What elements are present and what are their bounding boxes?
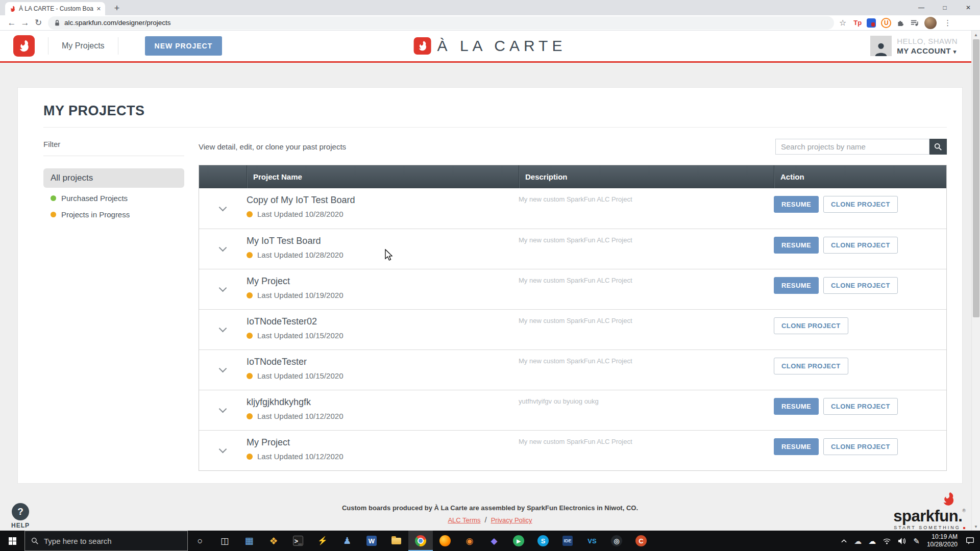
taskbar-search-box[interactable]: Type here to search [24,531,188,551]
calculator-app-icon[interactable]: ▦ [237,531,261,551]
resume-button[interactable]: RESUME [774,237,819,254]
cortana-icon[interactable]: ○ [188,531,212,551]
putty-app-icon-glyph: ⚡ [317,537,328,545]
onedrive-icon[interactable]: ☁ [854,537,862,545]
window-minimize-button[interactable]: — [910,0,933,15]
row-actions: RESUMECLONE PROJECT [774,269,946,309]
project-name-link[interactable]: IoTNodeTester [247,357,519,367]
new-tab-button[interactable]: + [110,2,124,15]
volume-icon[interactable] [898,537,906,545]
clone-project-button[interactable]: CLONE PROJECT [823,237,898,254]
nav-my-projects-link[interactable]: My Projects [62,41,105,51]
resume-button[interactable]: RESUME [774,398,819,415]
ublock-extension-icon[interactable]: U [881,18,891,28]
taskbar-search-placeholder: Type here to search [44,537,112,545]
extensions-puzzle-icon[interactable] [896,18,905,27]
project-name-link[interactable]: IoTNodeTester02 [247,316,519,327]
expand-chevron-icon[interactable] [219,365,227,373]
weather-cloud-icon[interactable]: ☁ [868,537,876,545]
command-prompt-icon[interactable]: >_ [286,531,310,551]
scroll-up-icon[interactable]: ▲ [972,31,980,39]
alc-brand[interactable]: À LA CARTE [414,37,567,55]
filter-item[interactable]: All projects [43,168,184,188]
camtasia-app-icon[interactable]: C [629,531,653,551]
privacy-policy-link[interactable]: Privacy Policy [491,516,532,524]
blue-user-app-icon[interactable]: ♟ [335,531,359,551]
tab-close-icon[interactable]: ✕ [96,6,101,12]
resume-button[interactable]: RESUME [774,438,819,455]
media-app-icon[interactable]: ◆ [482,531,506,551]
clone-project-button[interactable]: CLONE PROJECT [823,277,898,294]
expand-chevron-icon[interactable] [219,203,227,211]
clone-project-button[interactable]: CLONE PROJECT [774,317,848,334]
expand-chevron-icon[interactable] [219,405,227,413]
expand-chevron-icon[interactable] [219,324,227,333]
project-name-link[interactable]: kljyfgjkhdkyhgfk [247,397,519,408]
browser-profile-avatar[interactable] [924,17,937,29]
putty-app-icon[interactable]: ⚡ [310,531,335,551]
forward-button[interactable]: → [18,18,32,28]
clone-project-button[interactable]: CLONE PROJECT [823,398,898,415]
shield-extension-icon[interactable] [867,18,876,28]
clone-project-button[interactable]: CLONE PROJECT [774,358,848,374]
hidden-icons-chevron-icon[interactable] [841,539,847,543]
task-view-icon[interactable]: ◫ [212,531,237,551]
scrollbar-thumb[interactable] [973,39,979,317]
expand-chevron-icon[interactable] [219,244,227,252]
taskbar-clock[interactable]: 10:19 AM 10/28/2020 [927,533,958,548]
filter-item[interactable]: Projects in Progress [43,206,184,222]
chrome-icon-glyph [415,535,426,546]
resume-button[interactable]: RESUME [774,277,819,294]
obs-app-icon[interactable]: ◎ [604,531,629,551]
action-center-button[interactable] [960,531,980,551]
chrome-icon[interactable] [408,531,433,551]
clone-project-button[interactable]: CLONE PROJECT [823,438,898,455]
browser-menu-icon[interactable]: ⋮ [942,18,953,28]
expand-chevron-icon[interactable] [219,445,227,454]
last-updated-text: Last Updated 10/15/2020 [257,371,343,380]
file-explorer-icon[interactable] [384,531,408,551]
window-close-button[interactable]: ✕ [957,0,980,15]
wifi-icon[interactable] [883,537,891,545]
firefox-icon[interactable] [433,531,457,551]
back-button[interactable]: ← [5,18,18,28]
page-scrollbar[interactable]: ▲ ▼ [971,31,980,531]
start-button[interactable] [0,531,24,551]
browser-tab[interactable]: À LA CARTE - Custom Board Crea ✕ [5,2,105,15]
skype-icon[interactable]: S [531,531,555,551]
new-project-button[interactable]: NEW PROJECT [145,36,223,56]
project-name-link[interactable]: My Project [247,437,519,448]
project-name-link[interactable]: My Project [247,276,519,287]
window-maximize-button[interactable]: □ [933,0,957,15]
audio-app-icon[interactable]: ◉ [457,531,482,551]
search-input[interactable] [775,139,929,155]
media-list-extension-icon[interactable] [910,19,919,27]
column-header-blank [199,165,247,188]
screen-recorder-app-icon[interactable]: ▶ [506,531,531,551]
search-button[interactable] [929,139,947,155]
column-header-description: Description [519,165,774,188]
alc-terms-link[interactable]: ALC Terms [448,516,480,524]
toppage-extension-icon[interactable]: Tp [853,19,862,27]
vscode-icon[interactable]: VS [580,531,604,551]
ide-app-icon[interactable]: IDE [555,531,580,551]
bookmark-star-icon[interactable]: ☆ [839,18,846,28]
row-actions: CLONE PROJECT [774,310,946,349]
account-menu[interactable]: HELLO, SHAWN MY ACCOUNT ▾ [870,36,980,56]
sparkfun-logo-icon[interactable] [13,35,35,57]
projects-section: View detail, edit, or clone your past pr… [199,137,947,471]
reload-button[interactable]: ↻ [32,17,45,28]
resume-button[interactable]: RESUME [774,196,819,213]
pen-icon[interactable]: ✎ [913,537,920,545]
my-account-label[interactable]: MY ACCOUNT [897,46,951,55]
word-app-icon[interactable]: W [359,531,384,551]
expand-chevron-icon[interactable] [219,284,227,292]
project-name-link[interactable]: Copy of My IoT Test Board [247,195,519,206]
clone-project-button[interactable]: CLONE PROJECT [823,196,898,213]
project-name-link[interactable]: My IoT Test Board [247,236,519,246]
address-bar[interactable]: alc.sparkfun.com/designer/projects [48,16,834,30]
scroll-down-icon[interactable]: ▼ [972,522,980,531]
filter-list: All projectsPurchased ProjectsProjects i… [43,168,184,222]
filter-item[interactable]: Purchased Projects [43,190,184,206]
designspark-app-icon[interactable]: ❖ [261,531,286,551]
